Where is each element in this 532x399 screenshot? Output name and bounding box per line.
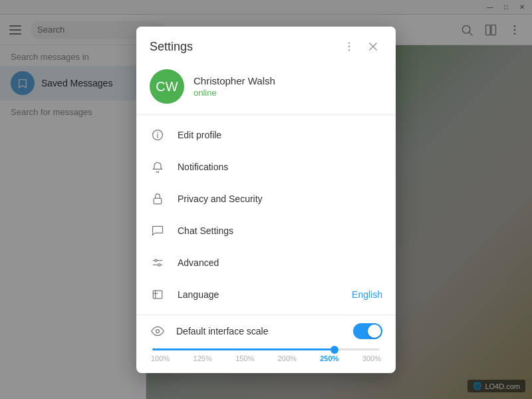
settings-dialog: Settings CW Christopher Walsh online bbox=[136, 27, 396, 373]
svg-point-7 bbox=[348, 43, 350, 44]
scale-label-text: Default interface scale bbox=[176, 326, 269, 336]
scale-fill bbox=[152, 348, 334, 350]
settings-more-icon[interactable] bbox=[340, 37, 358, 56]
profile-info: Christopher Walsh online bbox=[194, 75, 382, 98]
svg-point-18 bbox=[155, 259, 157, 261]
avatar: CW bbox=[150, 69, 184, 104]
svg-rect-15 bbox=[154, 198, 162, 203]
modal-backdrop: Settings CW Christopher Walsh online bbox=[0, 0, 532, 399]
notifications-label: Notifications bbox=[178, 162, 382, 172]
scale-tick-250[interactable]: 250% bbox=[320, 354, 338, 362]
scale-tick-300[interactable]: 300% bbox=[362, 354, 381, 362]
scale-section: Default interface scale 100% 125% 150% 2… bbox=[136, 315, 396, 373]
menu-item-privacy[interactable]: Privacy and Security bbox=[136, 183, 396, 215]
profile-status: online bbox=[194, 88, 382, 98]
privacy-label: Privacy and Security bbox=[178, 194, 382, 204]
scale-labels: 100% 125% 150% 200% 250% 300% bbox=[150, 354, 382, 362]
bell-icon bbox=[150, 159, 166, 175]
svg-point-19 bbox=[158, 264, 160, 266]
profile-name: Christopher Walsh bbox=[194, 75, 382, 86]
menu-list: Edit profile Notifications Privacy and S… bbox=[136, 115, 396, 315]
svg-point-9 bbox=[348, 49, 350, 51]
scale-tick-200[interactable]: 200% bbox=[278, 354, 297, 362]
translate-icon bbox=[150, 287, 166, 303]
scale-track bbox=[152, 348, 380, 350]
scale-row: Default interface scale bbox=[150, 323, 382, 339]
profile-section[interactable]: CW Christopher Walsh online bbox=[136, 64, 396, 115]
settings-header: Settings bbox=[136, 27, 396, 64]
svg-rect-20 bbox=[153, 291, 162, 299]
settings-close-button[interactable] bbox=[364, 37, 382, 56]
settings-header-actions bbox=[340, 37, 382, 56]
settings-title: Settings bbox=[150, 40, 193, 54]
scale-bar-container: 100% 125% 150% 200% 250% 300% bbox=[150, 348, 382, 365]
eye-icon bbox=[150, 323, 166, 339]
menu-item-advanced[interactable]: Advanced bbox=[136, 247, 396, 279]
svg-point-23 bbox=[156, 330, 160, 333]
scale-label: Default interface scale bbox=[150, 323, 269, 339]
info-icon bbox=[150, 127, 166, 143]
scale-thumb[interactable] bbox=[331, 346, 338, 354]
language-label: Language bbox=[178, 289, 340, 300]
scale-tick-150[interactable]: 150% bbox=[235, 354, 254, 362]
interface-scale-toggle[interactable] bbox=[353, 323, 382, 339]
advanced-label: Advanced bbox=[178, 257, 382, 268]
menu-item-chat-settings[interactable]: Chat Settings bbox=[136, 215, 396, 247]
menu-item-notifications[interactable]: Notifications bbox=[136, 151, 396, 183]
menu-item-edit-profile[interactable]: Edit profile bbox=[136, 119, 396, 151]
scale-tick-100[interactable]: 100% bbox=[151, 354, 170, 362]
language-value: English bbox=[352, 289, 382, 300]
lock-icon bbox=[150, 191, 166, 207]
sliders-icon bbox=[150, 255, 166, 271]
chat-settings-label: Chat Settings bbox=[178, 225, 382, 236]
menu-item-language[interactable]: Language English bbox=[136, 279, 396, 311]
svg-point-8 bbox=[348, 46, 350, 47]
edit-profile-label: Edit profile bbox=[178, 130, 382, 140]
svg-point-14 bbox=[158, 132, 158, 133]
chat-icon bbox=[150, 223, 166, 239]
scale-tick-125[interactable]: 125% bbox=[194, 354, 212, 362]
